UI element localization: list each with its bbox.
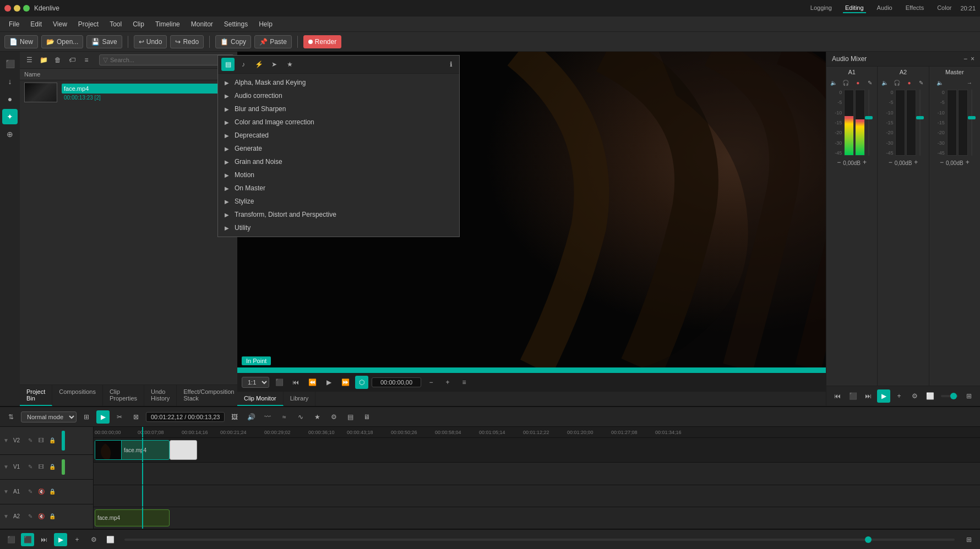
redo-button[interactable]: ↪ Redo bbox=[170, 35, 204, 48]
tl-bottom-expand[interactable]: ⊞ bbox=[962, 533, 976, 546]
tab-library[interactable]: Library bbox=[284, 392, 316, 406]
tab-clip-monitor[interactable]: Clip Monitor bbox=[237, 392, 284, 406]
tab-undo-history[interactable]: Undo History bbox=[144, 385, 177, 406]
tl-tool-btn[interactable]: ⊞ bbox=[80, 410, 93, 424]
tab-effects[interactable]: Effects bbox=[903, 3, 926, 13]
close-button[interactable] bbox=[4, 5, 11, 12]
mixer-expand-btn[interactable]: ⊞ bbox=[962, 389, 976, 403]
minimize-button[interactable] bbox=[14, 5, 20, 12]
category-utility[interactable]: ▶ Utility bbox=[218, 221, 459, 234]
clip-item[interactable]: face.mp4 00:00:13:23 [2] bbox=[20, 80, 237, 105]
effects-tab-video[interactable]: ▤ bbox=[221, 58, 235, 71]
playhead[interactable] bbox=[142, 427, 143, 437]
tl-thumb-btn[interactable]: 🖼 bbox=[228, 410, 241, 424]
tl-bottom-btn-4[interactable]: ▶ bbox=[54, 533, 67, 546]
tl-monitor-btn[interactable]: 🖥 bbox=[360, 410, 373, 424]
tl-wave3-btn[interactable]: ∿ bbox=[294, 410, 307, 424]
play-btn[interactable]: ▶ bbox=[322, 376, 335, 389]
tl-snap-btn[interactable]: ⊠ bbox=[129, 410, 143, 424]
pb-delete-btn[interactable]: 🗑 bbox=[52, 54, 64, 66]
undo-button[interactable]: ↩ Undo bbox=[134, 35, 167, 48]
v1-pencil-btn[interactable]: ✎ bbox=[25, 462, 35, 472]
a1-mute-btn[interactable]: 🔇 bbox=[36, 487, 46, 497]
sidebar-icon-1[interactable]: ⬛ bbox=[2, 56, 18, 72]
mixer-btn-7[interactable]: ⬜ bbox=[923, 389, 937, 403]
sidebar-icon-4[interactable]: ✦ bbox=[2, 109, 18, 124]
tl-config-btn[interactable]: ⚙ bbox=[327, 410, 340, 424]
menu-view[interactable]: View bbox=[48, 19, 72, 30]
tab-effect-stack[interactable]: Effect/Composition Stack bbox=[177, 385, 241, 406]
a2-lock-btn[interactable]: 🔒 bbox=[47, 512, 57, 521]
tl-play-btn[interactable]: ▶ bbox=[96, 410, 110, 424]
new-button[interactable]: 📄 New bbox=[4, 35, 38, 48]
save-button[interactable]: 💾 Save bbox=[86, 35, 122, 48]
menu-tool[interactable]: Tool bbox=[105, 19, 126, 30]
menu-help[interactable]: Help bbox=[254, 19, 277, 30]
v2-film-btn[interactable]: 🎞 bbox=[36, 436, 46, 446]
master-fader-handle[interactable] bbox=[968, 116, 976, 119]
v2-clip-face[interactable]: face.mp4 bbox=[95, 440, 170, 460]
a2-rec-btn[interactable]: ● bbox=[904, 78, 914, 87]
tab-logging[interactable]: Logging bbox=[808, 3, 834, 13]
volume-knob[interactable] bbox=[950, 393, 957, 399]
master-right-btn[interactable]: → bbox=[965, 78, 974, 87]
mode-select[interactable]: Normal mode bbox=[21, 411, 77, 422]
zoom-plus-btn[interactable]: + bbox=[441, 376, 454, 389]
a1-lock-btn[interactable]: 🔒 bbox=[47, 487, 57, 497]
mixer-close-btn[interactable]: × bbox=[971, 55, 974, 63]
v2-pencil-btn[interactable]: ✎ bbox=[25, 436, 35, 446]
tl-cut-btn[interactable]: ✂ bbox=[113, 410, 126, 424]
a2-clip-face[interactable]: face.mp4 bbox=[95, 509, 170, 526]
mixer-btn-5[interactable]: + bbox=[892, 389, 906, 403]
tl-audio-btn[interactable]: 🔊 bbox=[244, 410, 258, 424]
master-db-plus[interactable]: + bbox=[965, 158, 971, 166]
copy-button[interactable]: 📋 Copy bbox=[215, 35, 251, 48]
category-stylize[interactable]: ▶ Stylize bbox=[218, 195, 459, 208]
category-deprecated[interactable]: ▶ Deprecated bbox=[218, 129, 459, 142]
maximize-button[interactable] bbox=[23, 5, 30, 12]
a1-headphone-btn[interactable]: 🎧 bbox=[841, 78, 851, 87]
tl-bottom-btn-6[interactable]: ⚙ bbox=[87, 533, 100, 546]
pb-list-btn[interactable]: ≡ bbox=[80, 54, 92, 66]
tl-bottom-btn-7[interactable]: ⬜ bbox=[104, 533, 117, 546]
a2-edit-btn[interactable]: ✎ bbox=[916, 78, 926, 87]
a1-db-minus[interactable]: − bbox=[836, 158, 842, 166]
mixer-btn-1[interactable]: ⏮ bbox=[831, 389, 844, 403]
effects-tab-motion[interactable]: ➤ bbox=[268, 58, 281, 71]
sidebar-icon-2[interactable]: ↓ bbox=[2, 74, 18, 89]
v1-lock-btn[interactable]: 🔒 bbox=[47, 462, 57, 472]
a2-expand[interactable]: ▼ bbox=[3, 513, 9, 519]
sidebar-icon-5[interactable]: ⊕ bbox=[2, 127, 18, 142]
v2-expand[interactable]: ▼ bbox=[3, 437, 9, 443]
tab-compositions[interactable]: Compositions bbox=[52, 385, 103, 406]
mixer-btn-3[interactable]: ⏭ bbox=[862, 389, 875, 403]
mixer-btn-6[interactable]: ⚙ bbox=[908, 389, 921, 403]
a1-edit-btn[interactable]: ✎ bbox=[865, 78, 875, 87]
tab-project-bin[interactable]: Project Bin bbox=[20, 385, 52, 406]
rewind-btn[interactable]: ⏪ bbox=[306, 376, 319, 389]
timeline-zoom-slider[interactable] bbox=[124, 539, 955, 541]
category-grain[interactable]: ▶ Grain and Noise bbox=[218, 155, 459, 168]
category-transform[interactable]: ▶ Transform, Distort and Perspective bbox=[218, 208, 459, 221]
preview-ctrl-1[interactable]: ⬛ bbox=[273, 376, 286, 389]
search-input[interactable] bbox=[110, 57, 230, 63]
tab-editing[interactable]: Editing bbox=[843, 3, 866, 13]
menu-edit[interactable]: Edit bbox=[26, 19, 46, 30]
tl-bottom-btn-1[interactable]: ⬛ bbox=[4, 533, 18, 546]
tl-wave2-btn[interactable]: ≈ bbox=[277, 410, 291, 424]
v2-lock-btn[interactable]: 🔒 bbox=[47, 436, 57, 446]
timeline-zoom-handle[interactable] bbox=[865, 536, 872, 543]
zoom-minus-btn[interactable]: − bbox=[424, 376, 438, 389]
a1-expand[interactable]: ▼ bbox=[3, 488, 9, 495]
mixer-btn-4[interactable]: ▶ bbox=[877, 389, 890, 403]
mixer-volume-slider[interactable] bbox=[941, 395, 958, 397]
time-counter[interactable]: 00:01:22,12 / 00:00:13,23 bbox=[146, 412, 225, 422]
tl-bottom-btn-3[interactable]: ⏭ bbox=[37, 533, 51, 546]
menu-file[interactable]: File bbox=[4, 19, 24, 30]
menu-timeline[interactable]: Timeline bbox=[151, 19, 184, 30]
a2-fader-handle[interactable] bbox=[916, 116, 924, 119]
pb-folder-btn[interactable]: 📁 bbox=[37, 54, 50, 66]
mixer-minimize-btn[interactable]: − bbox=[963, 55, 967, 63]
category-color[interactable]: ▶ Color and Image correction bbox=[218, 116, 459, 129]
tl-display-btn[interactable]: ▤ bbox=[344, 410, 357, 424]
